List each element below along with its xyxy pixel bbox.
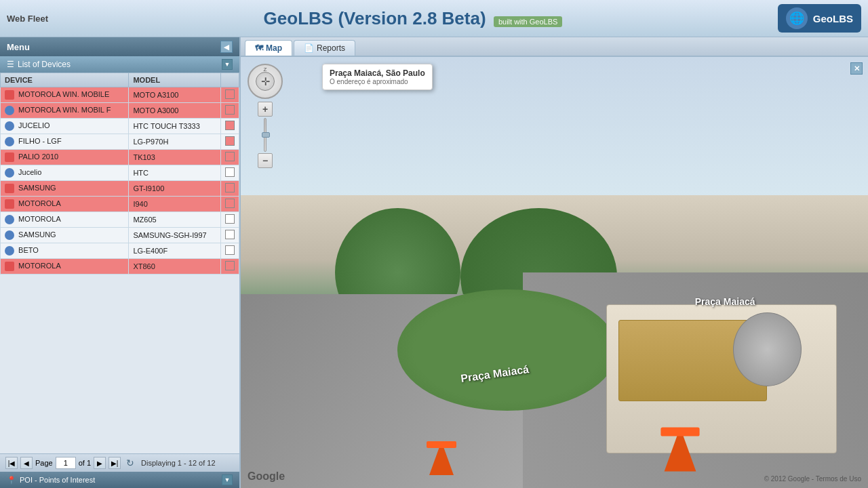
table-header-row: DEVICE MODEL <box>1 73 239 87</box>
row-checkbox[interactable] <box>225 121 235 130</box>
table-row[interactable]: SAMSUNG GT-I9100 <box>1 181 239 197</box>
grass-median <box>397 289 617 410</box>
table-row[interactable]: MOTOROLA WIN. MOBIL F MOTO A3000 <box>1 103 239 119</box>
next-page-button[interactable]: ▶ <box>94 457 106 469</box>
tab-bar: 🗺 Map 📄 Reports <box>241 37 868 57</box>
row-checkbox[interactable] <box>225 105 235 115</box>
zoom-thumb[interactable] <box>262 132 270 138</box>
table-row[interactable]: MOTOROLA MZ605 <box>1 212 239 228</box>
tab-reports[interactable]: 📄 Reports <box>294 40 355 56</box>
device-cell: MOTOROLA WIN. MOBILE <box>1 87 129 103</box>
zoom-track[interactable] <box>264 118 267 152</box>
list-icon: ☰ <box>7 60 14 69</box>
device-cell: MOTOROLA <box>1 212 129 228</box>
subtitle-badge: built with GeoLBS <box>494 16 562 27</box>
model-cell: TK103 <box>129 150 221 165</box>
device-cell: SAMSUNG <box>1 181 129 197</box>
row-checkbox[interactable] <box>225 167 235 177</box>
road-left <box>241 294 555 488</box>
col-model: MODEL <box>129 73 221 87</box>
last-page-button[interactable]: ▶| <box>108 457 121 469</box>
device-list-header: ☰ List of Devices ▼ <box>0 56 239 73</box>
row-checkbox[interactable] <box>225 136 235 146</box>
place-label: Praça Maiacá <box>695 296 755 307</box>
compass-n: Z <box>264 66 267 73</box>
page-input[interactable]: 1 <box>56 457 76 469</box>
table-row[interactable]: SAMSUNG SAMSUNG-SGH-I997 <box>1 228 239 243</box>
map-close-button[interactable]: ✕ <box>850 62 863 75</box>
displaying-text: Displaying 1 - 12 of 12 <box>141 459 215 467</box>
logo-icon: 🌐 <box>786 7 808 29</box>
table-row[interactable]: JUCELIO HTC TOUCH T3333 <box>1 119 239 134</box>
row-checkbox[interactable] <box>225 183 235 192</box>
main-title: GeoLBS (Version 2.8 Beta) <box>264 8 486 28</box>
row-checkbox-cell[interactable] <box>221 87 239 103</box>
row-checkbox[interactable] <box>225 199 235 208</box>
app-title: Web Fleet <box>7 14 48 24</box>
device-tbody: MOTOROLA WIN. MOBILE MOTO A3100 MOTOROLA… <box>1 87 239 274</box>
map-tab-label: Map <box>266 43 282 53</box>
row-checkbox-cell[interactable] <box>221 119 239 134</box>
poi-collapse-button[interactable]: ▼ <box>222 474 233 485</box>
zoom-out-button[interactable]: − <box>258 153 273 168</box>
logo-area: 🌐 GeoLBS <box>778 4 861 33</box>
poi-bar: 📍 POI - Points of Interest ▼ <box>0 472 239 488</box>
sidebar: Menu ◀ ☰ List of Devices ▼ DEVICE MODEL <box>0 37 241 488</box>
table-row[interactable]: MOTOROLA I940 <box>1 197 239 212</box>
row-checkbox[interactable] <box>225 89 235 99</box>
model-cell: I940 <box>129 197 221 212</box>
table-row[interactable]: MOTOROLA XT860 <box>1 259 239 274</box>
tree-left <box>335 208 460 338</box>
page-of: of 1 <box>79 459 91 467</box>
table-row[interactable]: Jucelio HTC <box>1 165 239 181</box>
zoom-controls: + − <box>248 102 283 168</box>
model-cell: MZ605 <box>129 212 221 228</box>
row-checkbox-cell[interactable] <box>221 103 239 119</box>
header-center: GeoLBS (Version 2.8 Beta) built with Geo… <box>48 8 778 29</box>
row-checkbox-cell[interactable] <box>221 197 239 212</box>
tooltip-title: Praça Maiacá, São Paulo <box>330 68 425 78</box>
row-checkbox[interactable] <box>225 214 235 224</box>
compass-ring[interactable]: Z ✛ <box>248 64 283 99</box>
compass-center[interactable]: ✛ <box>256 72 275 91</box>
logo-label: GeoLBS <box>813 13 853 24</box>
table-row[interactable]: FILHO - LGF LG-P970H <box>1 134 239 150</box>
row-checkbox-cell[interactable] <box>221 212 239 228</box>
device-cell: JUCELIO <box>1 119 129 134</box>
row-checkbox-cell[interactable] <box>221 181 239 197</box>
zoom-in-button[interactable]: + <box>258 102 273 117</box>
row-checkbox[interactable] <box>225 245 235 255</box>
menu-collapse-button[interactable]: ◀ <box>220 41 233 53</box>
row-checkbox-cell[interactable] <box>221 228 239 243</box>
table-row[interactable]: PALIO 2010 TK103 <box>1 150 239 165</box>
list-collapse-button[interactable]: ▼ <box>222 59 233 70</box>
row-checkbox-cell[interactable] <box>221 243 239 259</box>
prev-page-button[interactable]: ◀ <box>20 457 33 469</box>
row-checkbox-cell[interactable] <box>221 259 239 274</box>
navigation-control[interactable]: Z ✛ + − <box>248 64 283 168</box>
table-row[interactable]: BETO LG-E400F <box>1 243 239 259</box>
row-checkbox[interactable] <box>225 152 235 161</box>
model-cell: MOTO A3100 <box>129 87 221 103</box>
tab-map[interactable]: 🗺 Map <box>245 40 292 56</box>
traffic-cone-1 <box>429 441 454 475</box>
first-page-button[interactable]: |◀ <box>5 457 18 469</box>
map-area: 🗺 Map 📄 Reports <box>241 37 868 488</box>
device-cell: BETO <box>1 243 129 259</box>
map-content[interactable]: Praça Maiacá Praça Maiacá Z ✛ + − <box>241 57 868 488</box>
row-checkbox-cell[interactable] <box>221 134 239 150</box>
device-cell: Jucelio <box>1 165 129 181</box>
device-cell: FILHO - LGF <box>1 134 129 150</box>
device-cell: MOTOROLA WIN. MOBIL F <box>1 103 129 119</box>
table-row[interactable]: MOTOROLA WIN. MOBILE MOTO A3100 <box>1 87 239 103</box>
row-checkbox[interactable] <box>225 230 235 239</box>
model-cell: LG-E400F <box>129 243 221 259</box>
row-checkbox-cell[interactable] <box>221 165 239 181</box>
poi-bar-left: 📍 POI - Points of Interest <box>7 476 95 485</box>
refresh-icon[interactable]: ↻ <box>126 458 134 468</box>
model-cell: HTC <box>129 165 221 181</box>
row-checkbox[interactable] <box>225 261 235 270</box>
device-cell: MOTOROLA <box>1 259 129 274</box>
model-cell: LG-P970H <box>129 134 221 150</box>
row-checkbox-cell[interactable] <box>221 150 239 165</box>
